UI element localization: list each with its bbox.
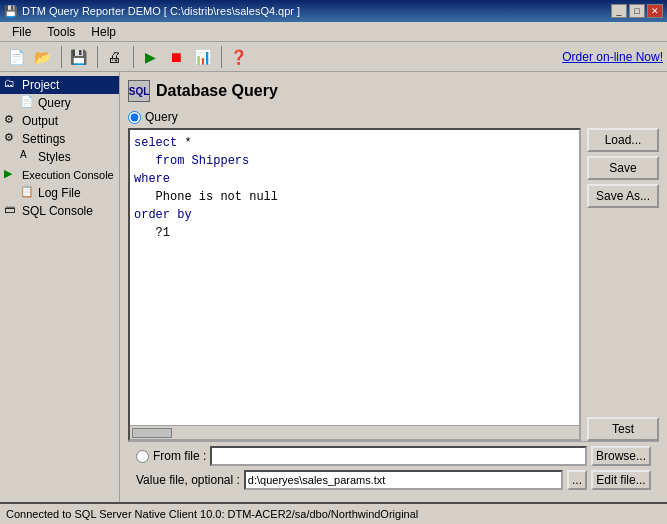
edit-file-button[interactable]: Edit file... [591,470,651,490]
file-radio-label: From file : [153,449,206,463]
query-editor-wrap: select * from Shippers where Phone is no… [128,128,581,441]
toolbar-sep4 [218,46,222,68]
maximize-button[interactable]: □ [629,4,645,18]
query-radio-row: Query [128,110,659,124]
sidebar-item-exec-console[interactable]: ▶ Execution Console [0,166,119,184]
query-icon: 📄 [20,95,36,111]
test-button[interactable]: Test [587,417,659,441]
bottom-area: From file : Browse... Value file, option… [128,441,659,494]
toolbar-sep2 [94,46,98,68]
project-icon: 🗂 [4,77,20,93]
sidebar-label-output: Output [22,114,58,128]
help-button[interactable]: ❓ [226,45,250,69]
menu-tools[interactable]: Tools [39,23,83,41]
title-text: 💾 DTM Query Reporter DEMO [ C:\distrib\r… [4,5,300,18]
sidebar-label-exec: Execution Console [22,169,114,181]
sidebar-label-project: Project [22,78,59,92]
settings-icon: ⚙ [4,131,20,147]
order-link[interactable]: Order on-line Now! [562,50,663,64]
buttons-panel: Load... Save Save As... Test [587,128,659,441]
horizontal-scrollbar[interactable] [130,425,579,439]
styles-icon: A [20,149,36,165]
scrollbar-thumb[interactable] [132,428,172,438]
window-controls: _ □ ✕ [611,4,663,18]
print-button[interactable]: 🖨 [102,45,126,69]
save-as-button[interactable]: Save As... [587,184,659,208]
toolbar-sep3 [130,46,134,68]
report-button[interactable]: 📊 [190,45,214,69]
sidebar-label-sql-console: SQL Console [22,204,93,218]
save-button[interactable]: 💾 [66,45,90,69]
status-text: Connected to SQL Server Native Client 10… [6,508,418,520]
menu-help[interactable]: Help [83,23,124,41]
sidebar-item-project[interactable]: 🗂 Project [0,76,119,94]
close-button[interactable]: ✕ [647,4,663,18]
query-radio-label: Query [145,110,178,124]
sidebar-label-query: Query [38,96,71,110]
toolbar: 📄 📂 💾 🖨 ▶ ⏹ 📊 ❓ Order on-line Now! [0,42,667,72]
file-path-input[interactable] [210,446,587,466]
query-radio[interactable] [128,111,141,124]
query-editor[interactable]: select * from Shippers where Phone is no… [130,130,579,425]
value-label: Value file, optional : [136,473,240,487]
query-panel: select * from Shippers where Phone is no… [128,128,659,441]
exec-icon: ▶ [4,167,20,183]
sidebar-label-log: Log File [38,186,81,200]
sql-console-icon: 🗃 [4,203,20,219]
save-query-button[interactable]: Save [587,156,659,180]
toolbar-sep1 [58,46,62,68]
log-icon: 📋 [20,185,36,201]
sidebar-item-output[interactable]: ⚙ Output [0,112,119,130]
new-button[interactable]: 📄 [4,45,28,69]
sidebar-item-styles[interactable]: A Styles [16,148,119,166]
sidebar-item-settings[interactable]: ⚙ Settings [0,130,119,148]
status-bar: Connected to SQL Server Native Client 10… [0,502,667,524]
sidebar-item-query[interactable]: 📄 Query [16,94,119,112]
sidebar-item-sql-console[interactable]: 🗃 SQL Console [0,202,119,220]
sidebar-label-settings: Settings [22,132,65,146]
value-file-input[interactable] [244,470,563,490]
load-button[interactable]: Load... [587,128,659,152]
main-layout: 🗂 Project 📄 Query ⚙ Output ⚙ Settings A … [0,72,667,502]
open-button[interactable]: 📂 [30,45,54,69]
sidebar-item-log-file[interactable]: 📋 Log File [16,184,119,202]
panel-title: Database Query [156,82,278,100]
title-bar: 💾 DTM Query Reporter DEMO [ C:\distrib\r… [0,0,667,22]
file-row: From file : Browse... [136,446,651,466]
panel-icon: SQL [128,80,150,102]
content-area: SQL Database Query Query select * from S… [120,72,667,502]
menu-bar: File Tools Help [0,22,667,42]
minimize-button[interactable]: _ [611,4,627,18]
sidebar: 🗂 Project 📄 Query ⚙ Output ⚙ Settings A … [0,72,120,502]
stop-button[interactable]: ⏹ [164,45,188,69]
sidebar-label-styles: Styles [38,150,71,164]
panel-header: SQL Database Query [128,80,659,102]
file-radio[interactable] [136,450,149,463]
output-icon: ⚙ [4,113,20,129]
window-title: DTM Query Reporter DEMO [ C:\distrib\res… [22,5,300,17]
value-row: Value file, optional : ... Edit file... [136,470,651,490]
dots-button[interactable]: ... [567,470,587,490]
test-btn-wrap: Test [587,417,659,441]
run-button[interactable]: ▶ [138,45,162,69]
browse-button[interactable]: Browse... [591,446,651,466]
menu-file[interactable]: File [4,23,39,41]
app-icon: 💾 [4,5,18,18]
